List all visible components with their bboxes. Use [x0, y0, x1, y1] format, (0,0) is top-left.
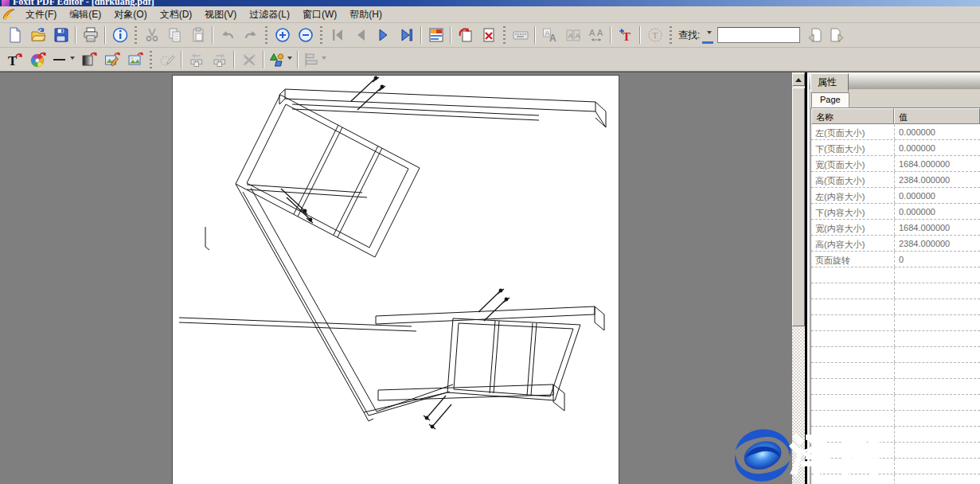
property-row-empty[interactable] — [811, 299, 980, 315]
add-text-button[interactable]: T — [3, 49, 26, 70]
property-value: 0 — [894, 252, 980, 267]
find-previous-button[interactable] — [804, 25, 826, 45]
zoom-in-button[interactable] — [271, 25, 294, 45]
menu-item[interactable]: 帮助(H) — [343, 6, 388, 23]
character-spacing-button[interactable]: AA — [584, 25, 607, 45]
add-shading-button[interactable] — [77, 49, 100, 70]
column-header-value[interactable]: 值 — [894, 108, 980, 124]
align-objects-button[interactable] — [301, 49, 329, 70]
save-button[interactable] — [49, 25, 72, 45]
redo-button[interactable] — [239, 25, 262, 45]
property-value — [894, 411, 980, 426]
menu-item[interactable]: 视图(V) — [198, 6, 243, 23]
toolbar-grip — [265, 26, 267, 44]
send-backward-button[interactable] — [185, 49, 208, 70]
menu-item[interactable]: 窗口(W) — [296, 6, 343, 23]
property-row[interactable]: 左(内容大小)0.000000 — [811, 188, 980, 204]
clone-object-button[interactable] — [155, 49, 178, 70]
menu-item[interactable]: 对象(O) — [107, 6, 153, 23]
undo-button[interactable] — [216, 25, 239, 45]
shapes-icon — [269, 52, 285, 68]
property-row[interactable]: 下(内容大小)0.000000 — [811, 204, 980, 220]
bring-forward-button[interactable] — [208, 49, 231, 70]
cut-button[interactable] — [140, 25, 163, 45]
property-row-empty[interactable] — [811, 283, 980, 299]
paste-button[interactable] — [186, 25, 209, 45]
zoom-out-button[interactable] — [294, 25, 317, 45]
previous-page-button[interactable] — [349, 25, 372, 45]
first-page-button[interactable] — [326, 25, 349, 45]
find-next-button[interactable] — [826, 25, 847, 45]
app-icon — [2, 7, 16, 21]
menu-item[interactable]: 文件(F) — [19, 6, 63, 23]
copy-button[interactable] — [163, 25, 186, 45]
property-row-empty[interactable] — [811, 347, 980, 363]
property-row-empty[interactable] — [811, 363, 980, 379]
document-info-button[interactable] — [108, 25, 131, 45]
replace-font-button[interactable]: AA — [538, 25, 561, 45]
property-row-empty[interactable] — [811, 379, 980, 395]
text-tool-button[interactable]: T — [643, 25, 666, 45]
virtual-keyboard-button[interactable] — [509, 25, 532, 45]
vertical-scrollbar[interactable] — [792, 72, 805, 484]
column-header-name[interactable]: 名称 — [811, 108, 894, 124]
delete-object-button[interactable] — [237, 49, 260, 70]
property-row[interactable]: 宽(内容大小)1684.000000 — [811, 220, 980, 236]
delete-page-button[interactable] — [477, 25, 500, 45]
next-page-button[interactable] — [372, 25, 395, 45]
add-color-button[interactable] — [26, 49, 49, 70]
property-value — [894, 299, 980, 314]
properties-title-tab[interactable]: 属性 — [810, 73, 849, 92]
property-row-empty[interactable] — [811, 315, 980, 331]
tab-page[interactable]: Page — [811, 92, 849, 107]
menu-item[interactable]: 编辑(E) — [63, 6, 107, 23]
last-page-button[interactable] — [395, 25, 418, 45]
insert-text-button[interactable]: T — [614, 25, 637, 45]
scroll-thumb[interactable] — [792, 88, 805, 326]
property-row[interactable]: 页面旋转0 — [811, 252, 980, 267]
property-name — [811, 347, 894, 362]
property-name — [811, 299, 894, 314]
find-dropdown-button[interactable] — [702, 26, 713, 44]
property-row-empty[interactable] — [811, 267, 980, 283]
redo-icon — [243, 27, 259, 43]
menu-items: 文件(F)编辑(E)对象(O)文档(D)视图(V)过滤器(L)窗口(W)帮助(H… — [19, 6, 388, 23]
new-document-button[interactable] — [3, 25, 26, 45]
rotate-page-button[interactable] — [454, 25, 477, 45]
property-name: 高(页面大小) — [811, 172, 894, 187]
isometric-frame-drawing — [173, 76, 619, 484]
property-value: 0.000000 — [894, 204, 980, 219]
menu-item[interactable]: 过滤器(L) — [243, 6, 296, 23]
find-input[interactable] — [717, 27, 800, 43]
window-title: Foxit PDF Editor - [dnrkuang.pdf] — [13, 0, 154, 6]
open-file-button[interactable] — [26, 25, 49, 45]
blue-swirl-icon — [731, 424, 795, 484]
property-row[interactable]: 高(页面大小)2384.000000 — [811, 172, 980, 188]
print-button[interactable] — [79, 25, 102, 45]
match-font-button[interactable]: AA — [561, 25, 584, 45]
property-row[interactable]: 下(页面大小)0.000000 — [811, 140, 980, 156]
property-row-empty[interactable] — [811, 331, 980, 347]
line-style-button[interactable] — [49, 49, 77, 70]
property-row[interactable]: 高(内容大小)2384.000000 — [811, 236, 980, 252]
toolbar-grip — [503, 26, 506, 44]
property-row-empty[interactable] — [811, 395, 980, 411]
menu-item[interactable]: 文档(D) — [154, 6, 199, 23]
svg-text:A: A — [575, 32, 580, 40]
property-value: 0.000000 — [894, 188, 980, 203]
add-shape-button[interactable] — [267, 49, 295, 70]
scroll-up-button[interactable] — [792, 73, 805, 86]
canvas-area[interactable] — [0, 72, 792, 484]
property-row-empty[interactable] — [811, 411, 980, 427]
document-page[interactable] — [173, 76, 619, 484]
edit-image-icon — [104, 52, 120, 68]
cut-icon — [144, 27, 160, 43]
page-thumbnails-button[interactable] — [424, 25, 447, 45]
toolbar-separator — [181, 51, 182, 68]
add-image-button[interactable] — [123, 49, 146, 70]
edit-image-button[interactable] — [100, 49, 123, 70]
match-font-icon: AA — [565, 27, 581, 43]
undo-icon — [220, 27, 236, 43]
property-row[interactable]: 宽(页面大小)1684.000000 — [811, 156, 980, 172]
property-row[interactable]: 左(页面大小)0.000000 — [811, 124, 980, 140]
